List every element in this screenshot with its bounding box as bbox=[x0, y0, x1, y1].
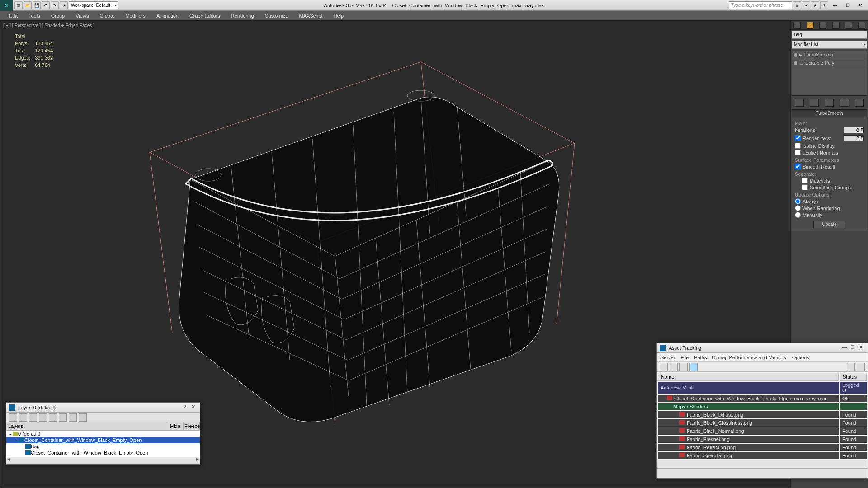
asset-col-name[interactable]: Name bbox=[658, 373, 839, 381]
asset-hscroll[interactable] bbox=[657, 460, 868, 468]
asset-table[interactable]: Name Status Autodesk VaultLogged OCloset… bbox=[657, 372, 868, 460]
asset-row[interactable]: Fabric_Black_Diffuse.pngFound bbox=[658, 411, 867, 418]
asset-menu-bitmap-performance-and-memory[interactable]: Bitmap Performance and Memory bbox=[712, 355, 786, 360]
asset-menu-server[interactable]: Server bbox=[660, 355, 675, 360]
asset-options-icon[interactable] bbox=[857, 363, 865, 371]
make-unique-icon[interactable] bbox=[825, 99, 834, 107]
maximize-button[interactable]: ☐ bbox=[842, 1, 854, 9]
search-input[interactable]: Type a keyword or phrase bbox=[729, 1, 792, 9]
asset-tracking-dialog[interactable]: Asset Tracking — ☐ ✕ ServerFilePathsBitm… bbox=[656, 343, 868, 479]
asset-tree-icon[interactable] bbox=[679, 363, 688, 371]
tab-hierarchy-icon[interactable] bbox=[819, 22, 826, 29]
materials-check[interactable]: Materials bbox=[795, 178, 864, 183]
asset-row[interactable]: Fabric_Black_Normal.pngFound bbox=[658, 427, 867, 435]
tab-display-icon[interactable] bbox=[845, 22, 852, 29]
update-button[interactable]: Update bbox=[813, 221, 845, 228]
modifier-turbosmooth[interactable]: ▸ TurboSmooth bbox=[792, 51, 867, 59]
modifier-stack[interactable]: ▸ TurboSmooth☐ Editable Poly bbox=[792, 51, 867, 96]
qa-link-icon[interactable]: ⎘ bbox=[60, 1, 68, 9]
layer-row[interactable]: Bag bbox=[6, 443, 200, 450]
asset-row[interactable]: Autodesk VaultLogged O bbox=[658, 382, 867, 394]
asset-refresh-icon[interactable] bbox=[660, 363, 668, 371]
delete-layer-icon[interactable] bbox=[19, 413, 27, 422]
configure-sets-icon[interactable] bbox=[855, 99, 864, 107]
asset-row[interactable]: Fabric_Refraction.pngFound bbox=[658, 444, 867, 451]
asset-help-icon[interactable] bbox=[847, 363, 855, 371]
layer-col-freeze[interactable]: Freeze bbox=[184, 422, 200, 430]
asset-col-status[interactable]: Status bbox=[840, 373, 867, 381]
layer-help-icon[interactable]: ? bbox=[181, 404, 189, 411]
smoothing-groups-check[interactable]: Smoothing Groups bbox=[795, 184, 864, 190]
tab-create-icon[interactable] bbox=[793, 22, 801, 29]
select-layer-icon[interactable] bbox=[39, 413, 47, 422]
menu-customize[interactable]: Customize bbox=[259, 12, 294, 19]
layer-col-hide[interactable]: Hide bbox=[167, 422, 184, 430]
explicit-normals-check[interactable]: Explicit Normals bbox=[795, 150, 864, 155]
asset-minimize-icon[interactable]: — bbox=[840, 344, 849, 352]
menu-animation[interactable]: Animation bbox=[151, 12, 184, 19]
asset-row[interactable]: Fabric_Black_Glossiness.pngFound bbox=[658, 419, 867, 427]
isoline-check[interactable]: Isoline Display bbox=[795, 143, 864, 149]
asset-close-icon[interactable]: ✕ bbox=[857, 344, 865, 352]
object-name-field[interactable]: Bag bbox=[792, 31, 867, 39]
menu-rendering[interactable]: Rendering bbox=[226, 12, 259, 19]
pin-stack-icon[interactable] bbox=[795, 99, 804, 107]
asset-row[interactable]: Fabric_Specular.pngFound bbox=[658, 452, 867, 459]
update-render-radio[interactable]: When Rendering bbox=[795, 205, 864, 211]
rollout-header[interactable]: TurboSmooth bbox=[792, 110, 867, 117]
hide-layer-icon[interactable] bbox=[59, 413, 67, 422]
asset-table-icon[interactable] bbox=[689, 363, 698, 371]
new-layer-icon[interactable] bbox=[9, 413, 17, 422]
render-iters-check[interactable]: Render Iters: bbox=[795, 135, 831, 141]
viewport-label[interactable]: [ + ] [ Perspective ] [ Shaded + Edged F… bbox=[3, 23, 94, 28]
menu-create[interactable]: Create bbox=[94, 12, 120, 19]
menu-edit[interactable]: Edit bbox=[4, 12, 23, 19]
show-result-icon[interactable] bbox=[810, 99, 819, 107]
update-always-radio[interactable]: Always bbox=[795, 198, 864, 204]
qa-undo-icon[interactable]: ↶ bbox=[42, 1, 50, 9]
layer-props-icon[interactable] bbox=[79, 413, 87, 422]
menu-graph-editors[interactable]: Graph Editors bbox=[184, 12, 226, 19]
tab-motion-icon[interactable] bbox=[832, 22, 840, 29]
menu-tools[interactable]: Tools bbox=[23, 12, 46, 19]
qa-redo-icon[interactable]: ↷ bbox=[51, 1, 59, 9]
layer-close-icon[interactable]: ✕ bbox=[189, 404, 197, 411]
menu-group[interactable]: Group bbox=[46, 12, 71, 19]
layer-hscroll[interactable] bbox=[6, 457, 200, 464]
asset-menu-options[interactable]: Options bbox=[792, 355, 809, 360]
qa-new-icon[interactable]: ▥ bbox=[14, 1, 23, 9]
help-exchange-icon[interactable]: ✦ bbox=[802, 1, 810, 9]
layer-list[interactable]: - 0 (default)- Closet_Container_with_Win… bbox=[6, 431, 200, 457]
freeze-layer-icon[interactable] bbox=[69, 413, 77, 422]
render-iters-spinner[interactable]: 2 bbox=[844, 135, 864, 141]
layer-row[interactable]: Closet_Container_with_Window_Black_Empty… bbox=[6, 450, 200, 456]
menu-maxscript[interactable]: MAXScript bbox=[294, 12, 328, 19]
layer-row[interactable]: - 0 (default) bbox=[6, 431, 200, 437]
qa-open-icon[interactable]: 📂 bbox=[24, 1, 32, 9]
minimize-button[interactable]: — bbox=[829, 1, 841, 9]
smooth-result-check[interactable]: Smooth Result bbox=[795, 164, 864, 169]
close-button[interactable]: ✕ bbox=[854, 1, 866, 9]
update-manual-radio[interactable]: Manually bbox=[795, 212, 864, 218]
tab-utilities-icon[interactable] bbox=[858, 22, 865, 29]
layer-col-name[interactable]: Layers bbox=[6, 422, 167, 430]
help-subscription-icon[interactable]: ⌂ bbox=[793, 1, 801, 9]
remove-mod-icon[interactable] bbox=[840, 99, 849, 107]
asset-status-icon[interactable] bbox=[670, 363, 678, 371]
asset-row[interactable]: Fabric_Fresnel.pngFound bbox=[658, 436, 867, 443]
asset-row[interactable]: Maps / Shaders bbox=[658, 403, 867, 410]
iterations-spinner[interactable]: 0 bbox=[844, 127, 864, 133]
asset-maximize-icon[interactable]: ☐ bbox=[849, 344, 857, 352]
menu-help[interactable]: Help bbox=[328, 12, 349, 19]
qa-save-icon[interactable]: 💾 bbox=[33, 1, 41, 9]
asset-menu-paths[interactable]: Paths bbox=[694, 355, 707, 360]
add-to-layer-icon[interactable] bbox=[29, 413, 37, 422]
highlight-layer-icon[interactable] bbox=[49, 413, 57, 422]
help-icon[interactable]: ? bbox=[820, 1, 828, 9]
layer-manager-dialog[interactable]: Layer: 0 (default) ? ✕ Layers Hide Freez… bbox=[6, 402, 200, 465]
layer-row[interactable]: - Closet_Container_with_Window_Black_Emp… bbox=[6, 437, 200, 443]
menu-modifiers[interactable]: Modifiers bbox=[120, 12, 151, 19]
workspace-dropdown[interactable]: Workspace: Default bbox=[69, 1, 118, 9]
asset-row[interactable]: Closet_Container_with_Window_Black_Empty… bbox=[658, 395, 867, 402]
modifier-editable-poly[interactable]: ☐ Editable Poly bbox=[792, 59, 867, 67]
